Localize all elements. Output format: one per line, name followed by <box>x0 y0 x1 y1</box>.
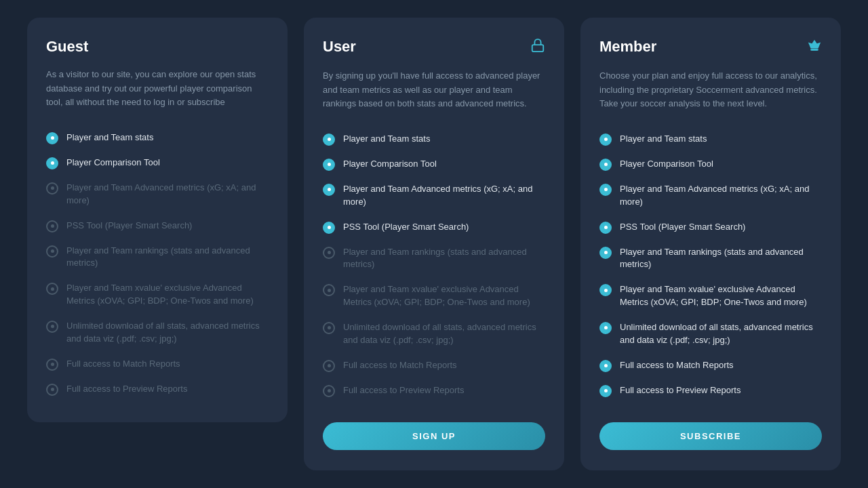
list-item: Player and Team stats <box>323 127 545 152</box>
card-description-member: Choose your plan and enjoy full access t… <box>599 69 822 110</box>
features-list-user: Player and Team statsPlayer Comparison T… <box>323 127 545 403</box>
card-description-guest: As a visitor to our site, you can explor… <box>46 68 269 108</box>
list-item: Player and Team xvalue' exclusive Advanc… <box>323 277 545 315</box>
check-icon <box>599 247 612 259</box>
feature-label: Player and Team stats <box>343 133 430 146</box>
list-item: Full access to Match Reports <box>599 353 822 378</box>
list-item: Full access to Preview Reports <box>323 378 545 403</box>
list-item: Player and Team xvalue' exclusive Advanc… <box>599 277 822 315</box>
feature-label: Player and Team rankings (stats and adva… <box>66 245 269 270</box>
check-icon <box>599 322 612 334</box>
card-user: UserBy signing up you'll have full acces… <box>304 18 564 470</box>
list-item: Full access to Match Reports <box>46 352 269 377</box>
list-item: Player Comparison Tool <box>46 150 269 176</box>
disabled-icon <box>46 220 58 232</box>
disabled-icon <box>46 384 58 396</box>
feature-label: Player and Team xvalue' exclusive Advanc… <box>66 282 269 308</box>
list-item: Player and Team stats <box>46 125 269 150</box>
check-icon <box>46 157 58 169</box>
svg-marker-1 <box>808 40 821 49</box>
card-title-guest: Guest <box>46 38 88 56</box>
disabled-icon <box>46 283 58 295</box>
card-header-member: Member <box>599 38 822 57</box>
list-item: Unlimited download of all stats, advance… <box>46 314 269 352</box>
feature-label: Player Comparison Tool <box>66 157 160 169</box>
feature-label: Full access to Match Reports <box>620 359 734 372</box>
list-item: Unlimited download of all stats, advance… <box>599 315 822 353</box>
feature-label: PSS Tool (Player Smart Search) <box>343 221 469 234</box>
feature-label: Unlimited download of all stats, advance… <box>620 321 822 347</box>
disabled-icon <box>46 245 58 258</box>
list-item: Player Comparison Tool <box>599 152 822 177</box>
card-title-member: Member <box>599 38 656 56</box>
check-icon <box>46 132 58 144</box>
check-icon <box>599 222 612 234</box>
list-item: Full access to Match Reports <box>323 353 545 378</box>
feature-label: Player and Team Advanced metrics (xG; xA… <box>66 182 269 207</box>
cards-container: GuestAs a visitor to our site, you can e… <box>27 18 841 470</box>
card-title-user: User <box>323 38 356 56</box>
list-item: Unlimited download of all stats, advance… <box>323 315 545 353</box>
card-member: MemberChoose your plan and enjoy full ac… <box>580 18 841 470</box>
features-list-guest: Player and Team statsPlayer Comparison T… <box>46 125 269 402</box>
feature-label: Player and Team stats <box>66 131 153 144</box>
feature-label: Full access to Match Reports <box>66 358 180 371</box>
feature-label: Player and Team xvalue' exclusive Advanc… <box>620 283 822 309</box>
disabled-icon <box>46 321 58 333</box>
member-button[interactable]: SUBSCRIBE <box>599 422 822 450</box>
list-item: Player and Team stats <box>599 127 822 152</box>
card-guest: GuestAs a visitor to our site, you can e… <box>27 18 288 422</box>
lock-icon <box>530 38 545 57</box>
list-item: Player and Team rankings (stats and adva… <box>599 240 822 278</box>
disabled-icon <box>46 182 58 195</box>
check-icon <box>323 222 335 234</box>
check-icon <box>599 360 612 372</box>
feature-label: PSS Tool (Player Smart Search) <box>66 220 192 232</box>
disabled-icon <box>323 247 335 259</box>
list-item: Full access to Preview Reports <box>46 377 269 402</box>
list-item: Player and Team Advanced metrics (xG; xA… <box>599 177 822 215</box>
feature-label: Unlimited download of all stats, advance… <box>66 320 269 346</box>
check-icon <box>599 184 612 196</box>
card-header-user: User <box>323 38 545 57</box>
list-item: PSS Tool (Player Smart Search) <box>599 215 822 240</box>
list-item: Player and Team Advanced metrics (xG; xA… <box>323 177 545 215</box>
feature-label: Player Comparison Tool <box>620 158 713 171</box>
check-icon <box>599 284 612 296</box>
check-icon <box>599 159 612 171</box>
list-item: PSS Tool (Player Smart Search) <box>323 215 545 240</box>
feature-label: Player and Team stats <box>620 133 707 146</box>
check-icon <box>323 134 335 146</box>
feature-label: Player and Team xvalue' exclusive Advanc… <box>343 283 545 309</box>
feature-label: Player and Team Advanced metrics (xG; xA… <box>343 183 545 209</box>
check-icon <box>323 184 335 196</box>
list-item: Player and Team Advanced metrics (xG; xA… <box>46 176 269 214</box>
disabled-icon <box>323 360 335 372</box>
svg-rect-0 <box>532 45 544 52</box>
list-item: Full access to Preview Reports <box>599 378 822 403</box>
disabled-icon <box>323 284 335 296</box>
disabled-icon <box>323 322 335 334</box>
list-item: Player Comparison Tool <box>323 152 545 177</box>
user-button[interactable]: SIGN UP <box>323 422 545 450</box>
list-item: PSS Tool (Player Smart Search) <box>46 214 269 239</box>
feature-label: Full access to Preview Reports <box>620 384 741 397</box>
feature-label: Full access to Match Reports <box>343 359 457 372</box>
disabled-icon <box>323 385 335 397</box>
svg-rect-2 <box>811 49 818 51</box>
check-icon <box>599 134 612 146</box>
feature-label: Full access to Preview Reports <box>343 384 464 397</box>
card-header-guest: Guest <box>46 38 269 56</box>
feature-label: Player and Team rankings (stats and adva… <box>620 246 822 272</box>
card-description-user: By signing up you'll have full access to… <box>323 69 545 110</box>
crown-icon <box>807 38 822 57</box>
features-list-member: Player and Team statsPlayer Comparison T… <box>599 127 822 403</box>
feature-label: PSS Tool (Player Smart Search) <box>620 221 745 234</box>
feature-label: Full access to Preview Reports <box>66 383 187 396</box>
feature-label: Unlimited download of all stats, advance… <box>343 321 545 347</box>
feature-label: Player and Team rankings (stats and adva… <box>343 246 545 272</box>
check-icon <box>323 159 335 171</box>
list-item: Player and Team rankings (stats and adva… <box>323 240 545 278</box>
check-icon <box>599 385 612 397</box>
feature-label: Player and Team Advanced metrics (xG; xA… <box>620 183 822 209</box>
